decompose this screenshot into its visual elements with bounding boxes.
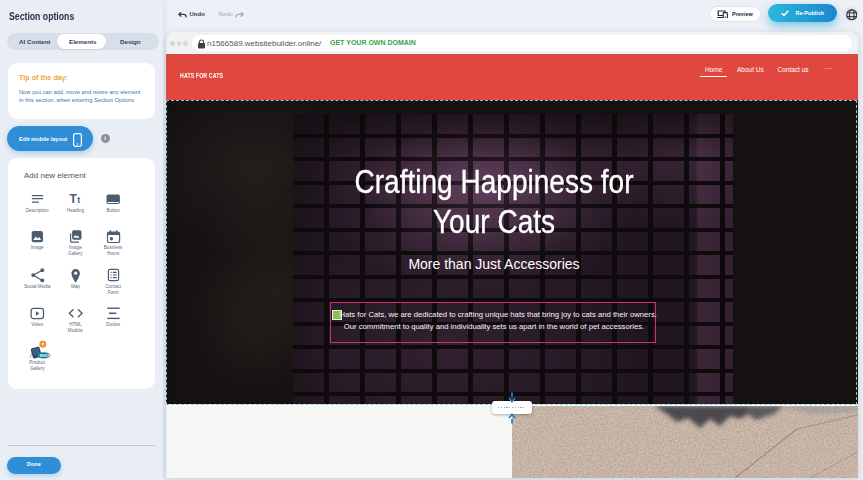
svg-text:t: t bbox=[77, 195, 80, 205]
svg-text:SHOP: SHOP bbox=[40, 354, 51, 358]
